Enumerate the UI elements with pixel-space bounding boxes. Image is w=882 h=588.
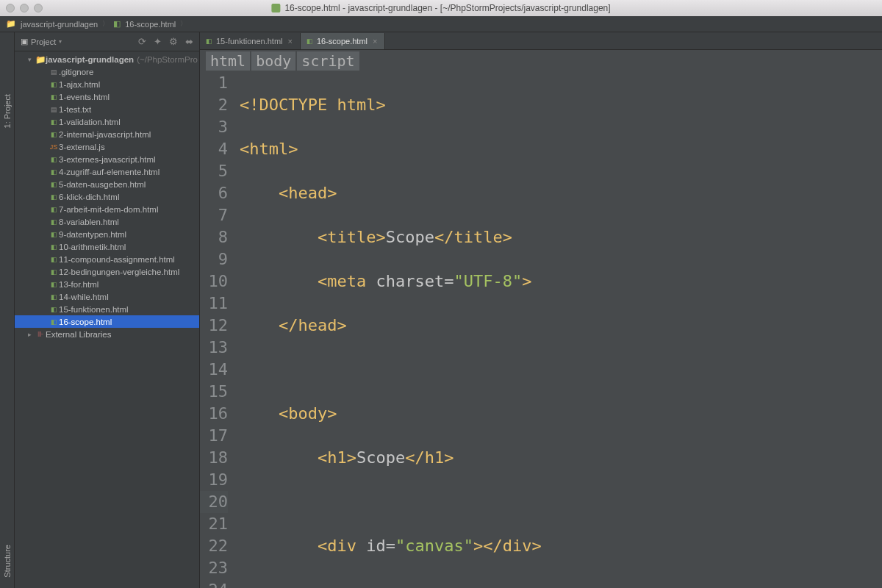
tree-file-4[interactable]: ◧1-validation.html bbox=[15, 115, 199, 128]
tree-file-0[interactable]: ▤.gitignore bbox=[15, 65, 199, 78]
collapse-icon[interactable]: ⟳ bbox=[138, 36, 146, 47]
h1-text: Scope bbox=[356, 448, 405, 467]
tree-file-8[interactable]: ◧4-zugriff-auf-elemente.html bbox=[15, 165, 199, 178]
close-window-icon[interactable] bbox=[6, 4, 15, 12]
nav-file[interactable]: 16-scope.html bbox=[125, 20, 176, 29]
chevron-right-icon: 〉 bbox=[180, 19, 187, 29]
tree-file-3[interactable]: ▤1-test.txt bbox=[15, 103, 199, 115]
tree-file-17[interactable]: ◧13-for.html bbox=[15, 278, 199, 290]
folder-icon: 📁 bbox=[6, 19, 16, 29]
target-icon[interactable]: ✦ bbox=[154, 36, 162, 47]
tree-file-12[interactable]: ◧8-variablen.html bbox=[15, 215, 199, 228]
code-content[interactable]: <!DOCTYPE html> <html> <head> <title>Sco… bbox=[235, 72, 882, 588]
project-sidebar: ▣ Project ▾ ⟳ ✦ ⚙ ⬌ ▾📁javascript-grundla… bbox=[15, 32, 200, 588]
tool-window-bar-left: 1: Project Structure bbox=[0, 32, 15, 588]
folder-icon: ▣ bbox=[21, 37, 28, 46]
tree-file-15[interactable]: ◧11-compound-assignment.html bbox=[15, 253, 199, 265]
breadcrumb-body[interactable]: body bbox=[251, 51, 295, 71]
tree-external-libs[interactable]: ▸⊪External Libraries bbox=[15, 328, 199, 340]
tree-file-19[interactable]: ◧15-funktionen.html bbox=[15, 303, 199, 315]
editor: ◧15-funktionen.html×◧16-scope.html× html… bbox=[200, 32, 882, 588]
structure-tool-button[interactable]: Structure bbox=[3, 542, 12, 581]
close-icon[interactable]: × bbox=[373, 37, 377, 46]
window-titlebar: 16-scope.html - javascript-grundlagen - … bbox=[0, 0, 882, 16]
minimize-window-icon[interactable] bbox=[20, 4, 29, 12]
tree-file-2[interactable]: ◧1-events.html bbox=[15, 90, 199, 103]
nav-project[interactable]: javascript-grundlagen bbox=[21, 20, 98, 29]
close-icon[interactable]: × bbox=[288, 37, 293, 46]
tree-file-14[interactable]: ◧10-arithmetik.html bbox=[15, 240, 199, 253]
zoom-window-icon[interactable] bbox=[34, 4, 43, 12]
window-title: 16-scope.html - javascript-grundlagen - … bbox=[284, 3, 610, 13]
tree-file-11[interactable]: ◧7-arbeit-mit-dem-dom.html bbox=[15, 203, 199, 215]
chevron-right-icon: 〉 bbox=[102, 19, 109, 29]
line-gutter[interactable]: 123456789101112131415161718192021222324 bbox=[200, 72, 235, 588]
gear-icon[interactable]: ⚙ bbox=[169, 36, 178, 47]
sidebar-title[interactable]: Project bbox=[31, 37, 56, 46]
chevron-down-icon[interactable]: ▾ bbox=[59, 38, 62, 45]
tree-file-16[interactable]: ◧12-bedingungen-vergleiche.html bbox=[15, 265, 199, 278]
tree-file-5[interactable]: ◧2-internal-javascript.html bbox=[15, 128, 199, 140]
tree-file-18[interactable]: ◧14-while.html bbox=[15, 290, 199, 303]
tree-file-13[interactable]: ◧9-datentypen.html bbox=[15, 228, 199, 240]
tree-file-7[interactable]: ◧3-externes-javascript.html bbox=[15, 153, 199, 165]
title-text: Scope bbox=[386, 228, 434, 246]
breadcrumb-script[interactable]: script bbox=[297, 51, 359, 71]
editor-tab-1[interactable]: ◧16-scope.html× bbox=[301, 33, 386, 49]
editor-tab-0[interactable]: ◧15-funktionen.html× bbox=[200, 33, 301, 49]
traffic-lights bbox=[6, 4, 43, 12]
file-icon bbox=[271, 4, 280, 12]
sidebar-header: ▣ Project ▾ ⟳ ✦ ⚙ ⬌ bbox=[15, 32, 199, 51]
nav-path: 📁 javascript-grundlagen 〉 ◧ 16-scope.htm… bbox=[0, 16, 882, 32]
html-file-icon: ◧ bbox=[113, 19, 121, 29]
breadcrumb-html[interactable]: html bbox=[206, 51, 250, 71]
tree-file-20[interactable]: ◧16-scope.html bbox=[15, 315, 199, 328]
tree-file-9[interactable]: ◧5-daten-ausgeben.html bbox=[15, 178, 199, 190]
editor-breadcrumb: htmlbodyscript bbox=[200, 50, 882, 72]
charset-value: "UTF-8" bbox=[453, 272, 522, 290]
div-id: "canvas" bbox=[395, 537, 473, 555]
tree-file-10[interactable]: ◧6-klick-dich.html bbox=[15, 190, 199, 203]
html-file-icon: ◧ bbox=[306, 37, 313, 45]
project-tree[interactable]: ▾📁javascript-grundlagen(~/PhpStormPro▤.g… bbox=[15, 51, 199, 588]
hide-icon[interactable]: ⬌ bbox=[185, 36, 193, 47]
editor-tabs: ◧15-funktionen.html×◧16-scope.html× bbox=[200, 32, 882, 50]
tree-file-1[interactable]: ◧1-ajax.html bbox=[15, 78, 199, 90]
tree-root[interactable]: ▾📁javascript-grundlagen(~/PhpStormPro bbox=[15, 53, 199, 65]
project-tool-button[interactable]: 1: Project bbox=[3, 91, 12, 131]
tree-file-6[interactable]: JS3-external.js bbox=[15, 140, 199, 153]
html-file-icon: ◧ bbox=[206, 37, 212, 45]
